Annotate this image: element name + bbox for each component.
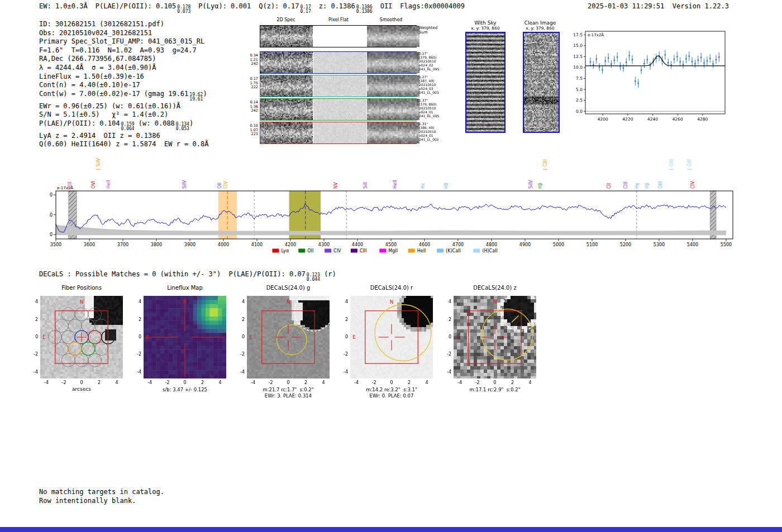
x-tick-label: 4600 bbox=[419, 242, 430, 247]
emission-line-label: Hγ bbox=[635, 183, 640, 189]
info-line: Cont(n) = 4.40(±0.10)e-17 bbox=[39, 81, 208, 90]
info-line: P(LAE)/P(OII): 0.1040.1590.064 (w: 0.088… bbox=[39, 119, 208, 132]
cutout-overlay-fiber: NE bbox=[40, 296, 123, 378]
strip-row bbox=[260, 98, 417, 121]
cutout-overlay-g: NE bbox=[247, 296, 330, 378]
emission-line-label: Hβ bbox=[538, 183, 543, 189]
y-tick-label: 12.5 bbox=[573, 54, 583, 59]
x-tick-label: 4220 bbox=[622, 117, 633, 122]
info-line: Obs: 20210510v024_3012682151 bbox=[39, 29, 208, 38]
data-point bbox=[635, 80, 636, 82]
data-point bbox=[637, 83, 638, 84]
sup-sub-stack: 0.1590.064 bbox=[121, 122, 135, 132]
strip-row-stats: 0.171.75222 bbox=[246, 77, 258, 90]
strip-canvas-smoothed bbox=[367, 26, 419, 47]
y-tick-label: 20 bbox=[49, 193, 53, 198]
fiber-circle bbox=[55, 342, 68, 356]
cutout-plot-area: NE bbox=[454, 296, 536, 378]
cutout-y-tick-label: 0 bbox=[28, 334, 38, 339]
info-line: F=1.6" T=0.116 N=1.02 A=0.93 g=24.7 bbox=[39, 46, 208, 55]
cutout-xlabel: arcsecs bbox=[40, 386, 123, 392]
legend-swatch bbox=[473, 249, 480, 253]
with-sky-image bbox=[465, 32, 506, 133]
emission-line-label: SiIV bbox=[528, 180, 533, 189]
strip-canvas-2d bbox=[260, 52, 313, 73]
strip-info-line: 041_LL_003 bbox=[419, 91, 455, 95]
compass-east-label: E bbox=[352, 334, 356, 340]
compass-north-label: N bbox=[80, 299, 84, 305]
emission-line-label: HeII bbox=[393, 180, 398, 189]
cutout-y-tick-label: 4 bbox=[338, 299, 348, 304]
emission-line-label: { OIII bbox=[687, 159, 692, 171]
strip-canvas-flat bbox=[313, 26, 366, 47]
cutout-x-tick-label: -2 bbox=[472, 380, 483, 385]
data-point bbox=[685, 58, 686, 59]
sky-panel-subtitle: x, y: 379, 860 bbox=[515, 26, 565, 31]
text-segment: S/N = 5.1(±0.5) χ² = 1.4(±0.2) bbox=[39, 111, 168, 118]
info-line: RA,Dec (266.773956,67.084785) bbox=[39, 55, 208, 64]
data-point bbox=[676, 56, 678, 57]
x-tick-label: 4700 bbox=[452, 242, 464, 247]
strip-row-stats: 0.101.07223 bbox=[246, 124, 258, 137]
segment-text: Obs: 20210510v024_3012682151 bbox=[39, 29, 152, 37]
header-summary: EW: 1.0±0.3ÅP(LAE)/P(OII): 0.1050.1780.0… bbox=[39, 2, 473, 15]
cutout-x-tick-label: -4 bbox=[41, 380, 52, 385]
data-point bbox=[611, 64, 612, 65]
x-tick-label: 4260 bbox=[673, 117, 683, 122]
cutout-x-tick-label: -4 bbox=[351, 380, 362, 385]
strip-row-stats: 0.341.21242 bbox=[246, 54, 258, 66]
segment-text: Primary Spec_Slot_IFU_AMP: 041_063_015_R… bbox=[39, 37, 204, 45]
y-tick-label: 15.0 bbox=[573, 43, 583, 48]
legend-swatch bbox=[351, 249, 357, 253]
info-line: S/N = 5.1(±0.5) χ² = 1.4(±0.2) bbox=[39, 111, 208, 119]
cutout-x-tick-label: 0 bbox=[283, 380, 294, 385]
strip-canvas-flat bbox=[313, 52, 366, 73]
info-line: ID: 3012682151 (3012682151.pdf) bbox=[39, 20, 208, 29]
data-point bbox=[700, 57, 702, 58]
cutout-x-tick-label: 4 bbox=[421, 380, 432, 385]
data-point bbox=[626, 61, 627, 63]
cutout-y-tick-label: 4 bbox=[441, 299, 451, 304]
data-point bbox=[716, 59, 717, 60]
text-segment: Q(z): 0.170.170.17 bbox=[259, 2, 311, 10]
strip-column-header: 2D Spec bbox=[260, 17, 312, 23]
text-segment: Cont(w) = 7.00(±0.02)e-17 (gmag 19.6119.… bbox=[39, 90, 203, 98]
x-tick-label: 4100 bbox=[251, 242, 263, 247]
data-point bbox=[703, 63, 704, 64]
data-point bbox=[647, 59, 648, 60]
sub-value: 0.17 bbox=[300, 9, 311, 14]
segment-text: P(LAE)/P(OII): 0.105 bbox=[96, 2, 177, 10]
strip-info-line: 041_LL_002 bbox=[419, 138, 455, 142]
emission-line-label: { SiIV bbox=[96, 158, 101, 171]
text-segment: LineFlux = 1.50(±0.39)e-16 bbox=[39, 73, 144, 80]
cutout-y-tick-label: -2 bbox=[131, 352, 141, 357]
emission-line-label: CIII bbox=[68, 181, 73, 189]
extraction-box bbox=[365, 311, 418, 363]
compass-north-label: N bbox=[183, 299, 187, 305]
emission-line-label: SiIV bbox=[182, 180, 187, 189]
cutout-y-tick-label: 0 bbox=[441, 334, 451, 339]
data-point bbox=[689, 55, 690, 56]
cutout-y-tick-label: 2 bbox=[441, 317, 451, 322]
strip-stat-value: 242 bbox=[246, 62, 258, 66]
y-tick-label: 0.0 bbox=[576, 109, 583, 114]
cutout-x-tick-label: 0 bbox=[179, 380, 190, 385]
x-tick-label: 3700 bbox=[117, 242, 128, 247]
cutout-y-tick-label: 2 bbox=[235, 317, 245, 322]
text-segment: ) bbox=[203, 90, 207, 98]
strip-info-line: 041_RL_095 bbox=[419, 114, 455, 118]
fiber-circle bbox=[61, 353, 75, 367]
compass-east-label: E bbox=[249, 334, 252, 340]
cutout-x-tick-label: -4 bbox=[144, 380, 155, 385]
emission-line-label: OII bbox=[217, 183, 222, 189]
x-tick-label: 4800 bbox=[486, 242, 497, 247]
cutout-title: DECaLS(24.0) g bbox=[247, 285, 330, 291]
fiber-circle bbox=[61, 308, 75, 321]
text-segment: ID: 3012682151 (3012682151.pdf) bbox=[39, 20, 164, 28]
decals-header: DECaLS : Possible Matches = 0 (within +/… bbox=[39, 270, 336, 282]
segment-text: (r) bbox=[320, 270, 336, 278]
cutout-x-tick-label: 0 bbox=[489, 380, 500, 385]
text-segment: Q(0.60) HeII(1640) z = 1.5874 EW r = 0.8… bbox=[39, 140, 208, 148]
cutout-y-tick-label: 4 bbox=[131, 299, 141, 304]
cutout-plot-area: NE bbox=[350, 296, 433, 378]
